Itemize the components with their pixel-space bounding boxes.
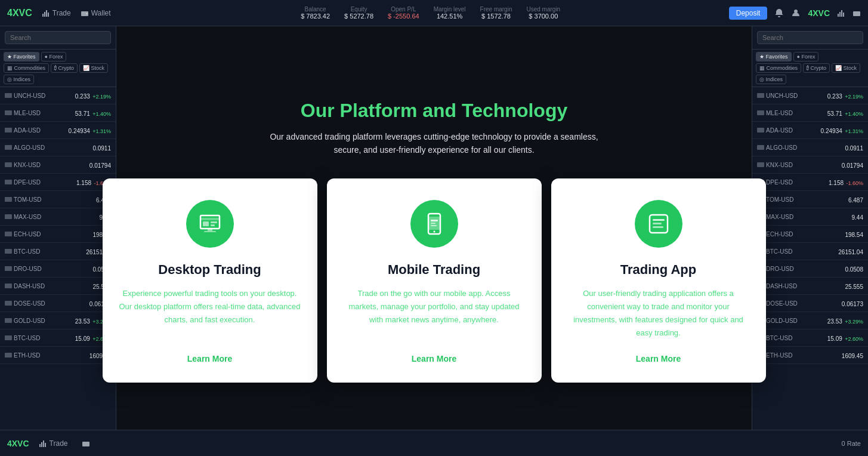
bottom-navigation: 4XVC Trade 0 Rate — [0, 430, 868, 456]
section-title: Our Platform and Technology — [301, 100, 567, 122]
svg-rect-10 — [843, 13, 844, 17]
mobile-trading-card: Mobile Trading Trade on the go with our … — [327, 178, 542, 383]
mobile-icon — [422, 212, 446, 236]
svg-rect-2 — [46, 10, 47, 17]
svg-rect-1 — [44, 12, 45, 17]
bottom-wallet-icon — [82, 439, 90, 448]
wallet-icon-right — [852, 9, 861, 17]
svg-rect-14 — [203, 221, 209, 226]
svg-rect-26 — [653, 219, 665, 221]
svg-rect-7 — [838, 14, 839, 17]
svg-rect-31 — [43, 440, 44, 447]
bottom-right: 0 Rate — [842, 440, 861, 447]
trading-app-title: Trading App — [620, 262, 697, 278]
bottom-rate-text: 0 Rate — [842, 440, 861, 447]
section-subtitle: Our advanced trading platform leverages … — [267, 130, 601, 157]
svg-point-21 — [433, 230, 435, 232]
trading-app-icon-wrap — [635, 200, 682, 248]
svg-rect-17 — [208, 229, 212, 231]
trade-icon-right — [837, 9, 845, 17]
svg-rect-29 — [39, 444, 41, 447]
svg-rect-13 — [200, 218, 220, 220]
stat-open-pl: Open P/L $ -2550.64 — [388, 6, 419, 20]
svg-rect-9 — [841, 10, 842, 17]
mobile-trading-title: Mobile Trading — [388, 262, 480, 278]
svg-rect-33 — [82, 442, 89, 446]
svg-rect-22 — [431, 220, 438, 221]
profile-icon[interactable] — [791, 8, 801, 18]
desktop-trading-title: Desktop Trading — [158, 262, 261, 278]
stat-balance: Balance $ 7823.42 — [301, 6, 330, 20]
svg-rect-18 — [204, 231, 216, 232]
stat-equity: Equity $ 5272.78 — [344, 6, 373, 20]
nav-trade[interactable]: Trade — [42, 9, 71, 17]
trading-app-learn-more[interactable]: Learn More — [636, 354, 681, 363]
desktop-trading-icon-wrap — [186, 200, 234, 248]
desktop-icon — [198, 212, 222, 236]
brand-logo-right: 4XVC — [808, 8, 830, 18]
bottom-trade[interactable]: Trade — [39, 439, 68, 448]
desktop-trading-learn-more[interactable]: Learn More — [187, 354, 232, 363]
top-navigation: 4XVC Trade Wallet Balance $ 7823.42 Equi… — [0, 0, 868, 26]
svg-rect-8 — [839, 12, 841, 17]
app-icon — [647, 212, 671, 236]
platform-section: Our Platform and Technology Our advanced… — [0, 26, 868, 456]
cards-container: Desktop Trading Experience powerful trad… — [100, 178, 768, 383]
stat-free-margin: Free margin $ 1572.78 — [480, 6, 512, 20]
svg-rect-28 — [653, 226, 663, 228]
svg-rect-27 — [653, 223, 662, 224]
svg-rect-24 — [431, 225, 437, 226]
mobile-trading-description: Trade on the go with our mobile app. Acc… — [344, 287, 525, 340]
notifications-icon[interactable] — [774, 8, 784, 18]
svg-rect-32 — [45, 443, 46, 447]
nav-right-actions: Deposit 4XVC — [729, 7, 861, 20]
mobile-trading-learn-more[interactable]: Learn More — [412, 354, 456, 363]
svg-rect-3 — [48, 13, 49, 17]
svg-rect-5 — [86, 13, 88, 14]
desktop-trading-card: Desktop Trading Experience powerful trad… — [103, 178, 317, 383]
svg-rect-23 — [431, 223, 435, 224]
svg-rect-0 — [42, 14, 44, 17]
bottom-brand: 4XVC — [7, 439, 29, 448]
stat-used-margin: Used margin $ 3700.00 — [526, 6, 560, 20]
svg-rect-11 — [853, 11, 860, 16]
svg-rect-15 — [211, 221, 217, 223]
trading-app-description: Our user-friendly trading application of… — [568, 287, 749, 340]
nav-stats: Balance $ 7823.42 Equity $ 5272.78 Open … — [132, 6, 729, 20]
nav-wallet[interactable]: Wallet — [81, 9, 111, 17]
svg-rect-16 — [211, 224, 215, 226]
deposit-button[interactable]: Deposit — [729, 7, 768, 20]
stat-margin-level: Margin level 142.51% — [434, 6, 466, 20]
desktop-trading-description: Experience powerful trading tools on you… — [119, 287, 301, 340]
svg-rect-30 — [41, 442, 42, 447]
mobile-trading-icon-wrap — [410, 200, 458, 248]
brand-logo: 4XVC — [7, 8, 32, 19]
trading-app-card: Trading App Our user-friendly trading ap… — [551, 178, 766, 383]
